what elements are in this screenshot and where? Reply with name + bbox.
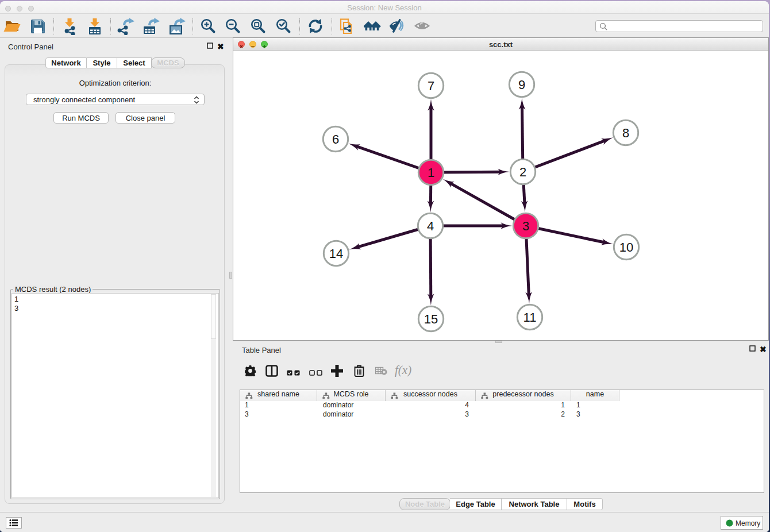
svg-text:8: 8 — [622, 126, 629, 140]
svg-text:11: 11 — [523, 310, 537, 325]
svg-text:4: 4 — [427, 219, 434, 233]
svg-text:2: 2 — [519, 165, 526, 179]
svg-text:1: 1 — [428, 165, 434, 180]
svg-text:10: 10 — [619, 240, 633, 255]
svg-text:6: 6 — [332, 132, 339, 147]
svg-text:7: 7 — [428, 79, 434, 93]
svg-text:14: 14 — [329, 246, 343, 261]
svg-text:15: 15 — [424, 312, 438, 326]
svg-text:9: 9 — [518, 78, 525, 92]
svg-text:3: 3 — [522, 219, 529, 233]
